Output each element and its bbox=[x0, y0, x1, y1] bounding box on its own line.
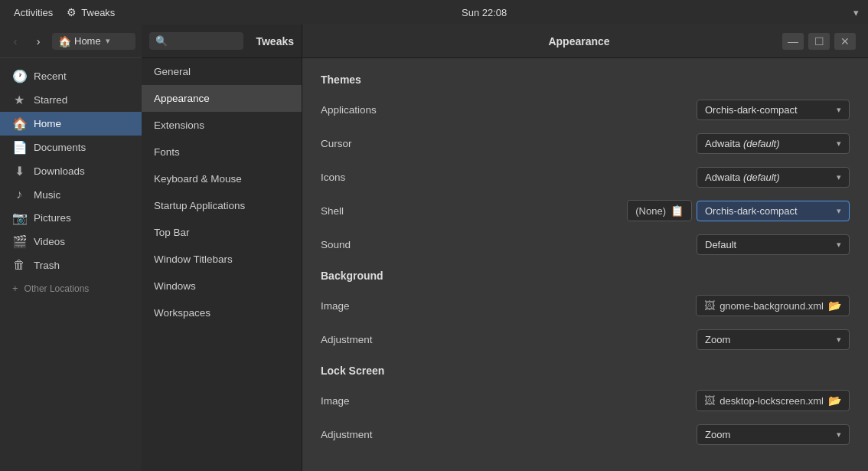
recent-icon: 🕐 bbox=[12, 69, 26, 83]
sidebar-item-downloads[interactable]: ⬇ Downloads bbox=[0, 159, 142, 183]
file-icon: 🖼 bbox=[704, 299, 715, 312]
tweaks-nav-fonts[interactable]: Fonts bbox=[142, 139, 302, 165]
sidebar-item-videos[interactable]: 🎬 Videos bbox=[0, 230, 142, 253]
sidebar-item-trash[interactable]: 🗑 Trash bbox=[0, 253, 142, 276]
tweaks-nav-workspaces[interactable]: Workspaces bbox=[142, 299, 302, 326]
main-content: Appearance — ☐ ✕ Themes Applications Orc… bbox=[302, 25, 868, 471]
lock-file-open-icon[interactable]: 📂 bbox=[828, 394, 841, 407]
documents-icon: 📄 bbox=[12, 140, 26, 155]
tweaks-nav-windows[interactable]: Windows bbox=[142, 273, 302, 299]
sidebar-item-music[interactable]: ♪ Music bbox=[0, 183, 142, 206]
tweaks-panel: 🔍 Tweaks General Appearance Extensions F… bbox=[142, 25, 302, 471]
applications-row: Applications Orchis-dark-compact ▾ bbox=[321, 96, 850, 123]
themes-section-title: Themes bbox=[321, 74, 850, 86]
cursor-row: Cursor Adwaita (default) ▾ bbox=[321, 130, 850, 156]
shell-none-button[interactable]: (None) 📋 bbox=[627, 200, 692, 221]
lock-screen-image-label: Image bbox=[321, 395, 696, 407]
tweaks-nav: General Appearance Extensions Fonts Keyb… bbox=[142, 58, 302, 326]
topbar-right: ▾ bbox=[853, 7, 859, 18]
maximize-button[interactable]: ☐ bbox=[808, 33, 830, 50]
window-controls: — ☐ ✕ bbox=[782, 33, 856, 50]
background-adjustment-label: Adjustment bbox=[321, 334, 697, 345]
lock-screen-adjustment-row: Adjustment Zoom ▾ bbox=[321, 421, 850, 447]
cursor-dropdown[interactable]: Adwaita (default) ▾ bbox=[697, 133, 850, 154]
background-image-file[interactable]: 🖼 gnome-background.xml 📂 bbox=[696, 295, 850, 316]
cursor-control: Adwaita (default) ▾ bbox=[697, 133, 850, 154]
tweaks-nav-startup-applications[interactable]: Startup Applications bbox=[142, 192, 302, 219]
home-nav-icon: 🏠 bbox=[12, 116, 26, 131]
activities-button[interactable]: Activities bbox=[9, 5, 57, 20]
dropdown-arrow-icon: ▾ bbox=[837, 139, 841, 149]
icons-control: Adwaita (default) ▾ bbox=[697, 167, 850, 188]
home-icon: 🏠 bbox=[58, 35, 71, 47]
search-box[interactable]: 🔍 bbox=[149, 32, 243, 50]
music-icon: ♪ bbox=[12, 188, 26, 201]
starred-icon: ★ bbox=[12, 93, 26, 107]
sidebar-item-documents[interactable]: 📄 Documents bbox=[0, 136, 142, 159]
topbar: Activities ⚙ Tweaks Sun 22:08 ▾ bbox=[0, 0, 868, 25]
lock-screen-image-file[interactable]: 🖼 desktop-lockscreen.xml 📂 bbox=[696, 390, 850, 411]
close-button[interactable]: ✕ bbox=[834, 33, 856, 50]
tweaks-nav-top-bar[interactable]: Top Bar bbox=[142, 219, 302, 246]
applications-control: Orchis-dark-compact ▾ bbox=[697, 100, 850, 120]
dropdown-arrow-icon: ▾ bbox=[837, 430, 841, 440]
background-image-row: Image 🖼 gnome-background.xml 📂 bbox=[321, 293, 850, 319]
tweaks-nav-keyboard-mouse[interactable]: Keyboard & Mouse bbox=[142, 165, 302, 192]
system-tray: ▾ bbox=[853, 7, 859, 18]
back-button[interactable]: ‹ bbox=[6, 32, 24, 51]
search-icon: 🔍 bbox=[155, 35, 168, 47]
sound-label: Sound bbox=[321, 239, 697, 250]
navigation-bar: ‹ › 🏠 Home ▾ bbox=[0, 25, 142, 58]
sidebar-items: 🕐 Recent ★ Starred 🏠 Home 📄 Documents ⬇ … bbox=[0, 58, 142, 471]
lock-screen-adjustment-dropdown[interactable]: Zoom ▾ bbox=[697, 424, 850, 445]
background-adjustment-dropdown[interactable]: Zoom ▾ bbox=[697, 329, 850, 350]
tweaks-app-label: ⚙ Tweaks bbox=[67, 6, 115, 18]
background-adjustment-control: Zoom ▾ bbox=[697, 329, 850, 350]
pictures-icon: 📷 bbox=[12, 211, 26, 225]
dropdown-arrow-icon: ▾ bbox=[837, 105, 841, 115]
forward-button[interactable]: › bbox=[29, 32, 47, 51]
shell-dropdown[interactable]: Orchis-dark-compact ▾ bbox=[697, 201, 850, 221]
downloads-icon: ⬇ bbox=[12, 164, 26, 178]
shell-control: (None) 📋 Orchis-dark-compact ▾ bbox=[627, 200, 850, 221]
sidebar-item-pictures[interactable]: 📷 Pictures bbox=[0, 206, 142, 230]
lock-screen-adjustment-control: Zoom ▾ bbox=[697, 424, 850, 445]
dropdown-arrow-icon: ▾ bbox=[837, 172, 841, 182]
lock-screen-adjustment-label: Adjustment bbox=[321, 429, 697, 440]
lock-screen-section-title: Lock Screen bbox=[321, 365, 850, 377]
topbar-left: Activities ⚙ Tweaks bbox=[9, 5, 115, 20]
lock-screen-image-control: 🖼 desktop-lockscreen.xml 📂 bbox=[696, 390, 850, 411]
other-locations-item[interactable]: + Other Locations bbox=[0, 276, 142, 297]
sidebar-item-starred[interactable]: ★ Starred bbox=[0, 88, 142, 112]
icons-label: Icons bbox=[321, 172, 697, 183]
icons-dropdown[interactable]: Adwaita (default) ▾ bbox=[697, 167, 850, 188]
sound-dropdown[interactable]: Default ▾ bbox=[697, 234, 850, 255]
tweaks-nav-extensions[interactable]: Extensions bbox=[142, 112, 302, 139]
add-icon: + bbox=[12, 283, 18, 294]
sound-row: Sound Default ▾ bbox=[321, 231, 850, 257]
tweaks-app-icon: ⚙ bbox=[67, 6, 77, 18]
file-open-icon[interactable]: 📂 bbox=[828, 299, 841, 312]
shell-row: Shell (None) 📋 Orchis-dark-compact ▾ bbox=[321, 198, 850, 224]
tweaks-nav-window-titlebars[interactable]: Window Titlebars bbox=[142, 246, 302, 273]
shell-label: Shell bbox=[321, 205, 627, 217]
trash-icon: 🗑 bbox=[12, 258, 26, 272]
tweaks-header: 🔍 Tweaks bbox=[142, 25, 302, 58]
copy-icon: 📋 bbox=[671, 204, 684, 217]
tweaks-nav-general[interactable]: General bbox=[142, 58, 302, 85]
sound-control: Default ▾ bbox=[697, 234, 850, 255]
tweaks-panel-title: Tweaks bbox=[250, 35, 294, 47]
page-title: Appearance bbox=[376, 35, 782, 47]
sidebar-item-recent[interactable]: 🕐 Recent bbox=[0, 64, 142, 88]
tweaks-nav-appearance[interactable]: Appearance bbox=[142, 85, 302, 112]
appearance-content: Themes Applications Orchis-dark-compact … bbox=[302, 58, 868, 471]
clock: Sun 22:08 bbox=[462, 7, 507, 18]
applications-dropdown[interactable]: Orchis-dark-compact ▾ bbox=[697, 100, 850, 120]
main-header: Appearance — ☐ ✕ bbox=[302, 25, 868, 58]
file-manager-sidebar: ‹ › 🏠 Home ▾ 🕐 Recent ★ Starred 🏠 Home bbox=[0, 25, 142, 471]
sidebar-item-home[interactable]: 🏠 Home bbox=[0, 112, 142, 136]
icons-row: Icons Adwaita (default) ▾ bbox=[321, 164, 850, 190]
minimize-button[interactable]: — bbox=[782, 33, 804, 50]
breadcrumb[interactable]: 🏠 Home ▾ bbox=[52, 33, 135, 50]
window-area: ‹ › 🏠 Home ▾ 🕐 Recent ★ Starred 🏠 Home bbox=[0, 25, 868, 471]
